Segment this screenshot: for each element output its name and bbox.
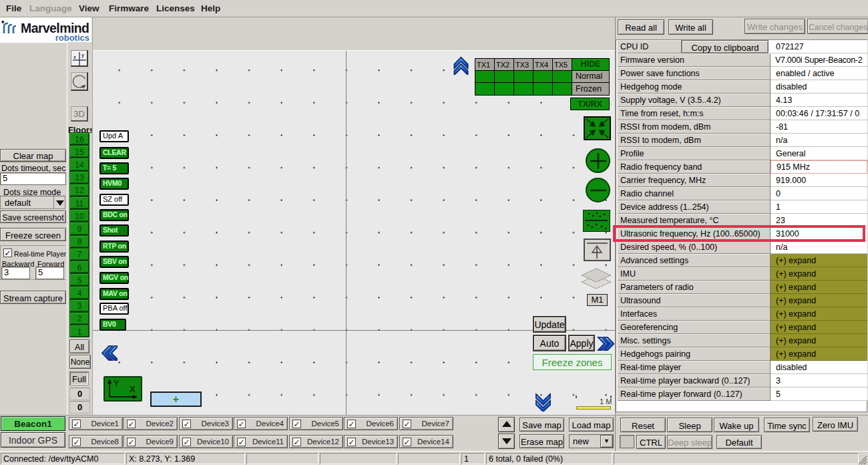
svg-text:x: x bbox=[73, 55, 76, 59]
svg-text:Y: Y bbox=[114, 378, 120, 388]
svg-text:X: X bbox=[130, 384, 136, 394]
svg-text:y: y bbox=[81, 53, 84, 58]
